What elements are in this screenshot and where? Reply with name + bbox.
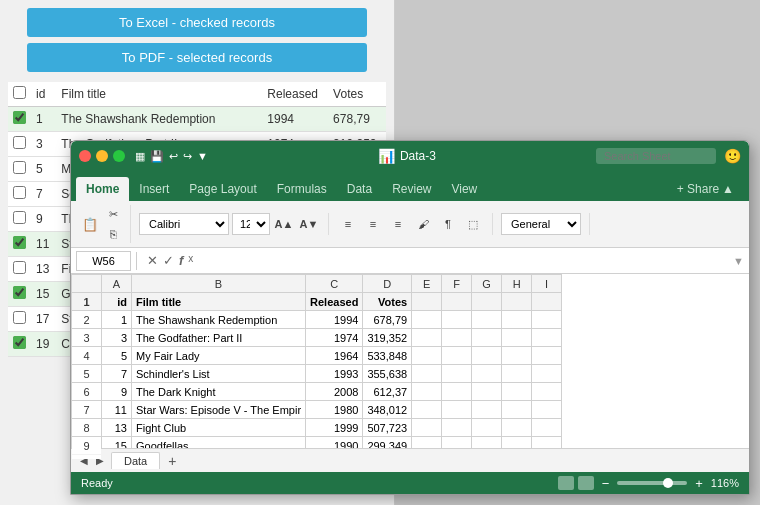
cell-b1[interactable]: Film title — [132, 293, 306, 311]
cell-d1[interactable]: Votes — [363, 293, 412, 311]
empty-cell[interactable] — [472, 401, 502, 419]
merge-button[interactable]: ⬚ — [462, 213, 484, 235]
checkbox-cell[interactable] — [8, 232, 31, 257]
empty-cell[interactable] — [532, 293, 562, 311]
cell-c7[interactable]: 1980 — [306, 401, 363, 419]
empty-cell[interactable] — [442, 293, 472, 311]
cell-d2[interactable]: 678,79 — [363, 311, 412, 329]
cell-b2[interactable]: The Shawshank Redemption — [132, 311, 306, 329]
cell-d8[interactable]: 507,723 — [363, 419, 412, 437]
cell-b4[interactable]: My Fair Lady — [132, 347, 306, 365]
formula-input[interactable] — [198, 255, 733, 267]
cell-a6[interactable]: 9 — [102, 383, 132, 401]
cell-c1[interactable]: Released — [306, 293, 363, 311]
empty-cell[interactable] — [442, 365, 472, 383]
checkbox-cell[interactable] — [8, 132, 31, 157]
zoom-out-button[interactable]: − — [602, 476, 610, 491]
maximize-button[interactable] — [113, 150, 125, 162]
empty-cell[interactable] — [502, 401, 532, 419]
empty-cell[interactable] — [442, 311, 472, 329]
checkbox-cell[interactable] — [8, 207, 31, 232]
page-layout-view-icon[interactable] — [578, 476, 594, 490]
cell-a1[interactable]: id — [102, 293, 132, 311]
empty-cell[interactable] — [532, 401, 562, 419]
paste-button[interactable]: 📋 — [79, 213, 101, 235]
empty-cell[interactable] — [502, 419, 532, 437]
empty-cell[interactable] — [412, 383, 442, 401]
checkbox-cell[interactable] — [8, 157, 31, 182]
font-name-selector[interactable]: Calibri — [139, 213, 229, 235]
empty-cell[interactable] — [442, 329, 472, 347]
empty-cell[interactable] — [442, 401, 472, 419]
cell-d5[interactable]: 355,638 — [363, 365, 412, 383]
cell-c6[interactable]: 2008 — [306, 383, 363, 401]
cancel-icon[interactable]: ✕ — [147, 253, 158, 268]
empty-cell[interactable] — [472, 383, 502, 401]
empty-cell[interactable] — [472, 419, 502, 437]
search-input[interactable] — [596, 148, 716, 164]
cell-d6[interactable]: 612,37 — [363, 383, 412, 401]
empty-cell[interactable] — [502, 311, 532, 329]
checkbox-cell[interactable] — [8, 332, 31, 357]
align-right-button[interactable]: ≡ — [387, 213, 409, 235]
tab-insert[interactable]: Insert — [129, 177, 179, 201]
tab-review[interactable]: Review — [382, 177, 441, 201]
empty-cell[interactable] — [442, 347, 472, 365]
cell-b6[interactable]: The Dark Knight — [132, 383, 306, 401]
checkbox-cell[interactable] — [8, 282, 31, 307]
empty-cell[interactable] — [442, 419, 472, 437]
excel-export-button[interactable]: To Excel - checked records — [27, 8, 367, 37]
function-icon[interactable]: f — [179, 253, 183, 268]
empty-cell[interactable] — [502, 383, 532, 401]
sheet-tab-data[interactable]: Data — [111, 452, 160, 469]
empty-cell[interactable] — [532, 311, 562, 329]
minimize-button[interactable] — [96, 150, 108, 162]
select-all-header[interactable] — [8, 82, 31, 107]
format-painter[interactable]: 🖌 — [412, 213, 434, 235]
checkbox-cell[interactable] — [8, 182, 31, 207]
tab-home[interactable]: Home — [76, 177, 129, 201]
empty-cell[interactable] — [412, 401, 442, 419]
close-button[interactable] — [79, 150, 91, 162]
cell-d3[interactable]: 319,352 — [363, 329, 412, 347]
tab-view[interactable]: View — [441, 177, 487, 201]
empty-cell[interactable] — [472, 293, 502, 311]
checkbox-cell[interactable] — [8, 107, 31, 132]
formula-expand-icon[interactable]: ▼ — [733, 255, 744, 267]
cell-c8[interactable]: 1999 — [306, 419, 363, 437]
empty-cell[interactable] — [412, 311, 442, 329]
cell-a5[interactable]: 7 — [102, 365, 132, 383]
empty-cell[interactable] — [412, 329, 442, 347]
cell-b5[interactable]: Schindler's List — [132, 365, 306, 383]
confirm-icon[interactable]: ✓ — [163, 253, 174, 268]
checkbox-cell[interactable] — [8, 307, 31, 332]
cell-c3[interactable]: 1974 — [306, 329, 363, 347]
zoom-slider[interactable] — [617, 481, 687, 485]
cut-button[interactable]: ✂ — [104, 205, 122, 223]
empty-cell[interactable] — [532, 347, 562, 365]
empty-cell[interactable] — [502, 329, 532, 347]
cell-b7[interactable]: Star Wars: Episode V - The Empir — [132, 401, 306, 419]
empty-cell[interactable] — [532, 365, 562, 383]
cell-d4[interactable]: 533,848 — [363, 347, 412, 365]
font-grow-button[interactable]: A▲ — [273, 213, 295, 235]
zoom-in-button[interactable]: + — [695, 476, 703, 491]
empty-cell[interactable] — [532, 383, 562, 401]
checkbox-cell[interactable] — [8, 257, 31, 282]
cell-reference-input[interactable] — [76, 251, 131, 271]
cell-c4[interactable]: 1964 — [306, 347, 363, 365]
font-shrink-button[interactable]: A▼ — [298, 213, 320, 235]
empty-cell[interactable] — [472, 311, 502, 329]
tab-data[interactable]: Data — [337, 177, 382, 201]
cell-b8[interactable]: Fight Club — [132, 419, 306, 437]
empty-cell[interactable] — [412, 419, 442, 437]
cell-a7[interactable]: 11 — [102, 401, 132, 419]
empty-cell[interactable] — [412, 293, 442, 311]
empty-cell[interactable] — [412, 347, 442, 365]
cell-a8[interactable]: 13 — [102, 419, 132, 437]
empty-cell[interactable] — [442, 383, 472, 401]
empty-cell[interactable] — [502, 293, 532, 311]
empty-cell[interactable] — [502, 347, 532, 365]
cell-a2[interactable]: 1 — [102, 311, 132, 329]
empty-cell[interactable] — [532, 329, 562, 347]
